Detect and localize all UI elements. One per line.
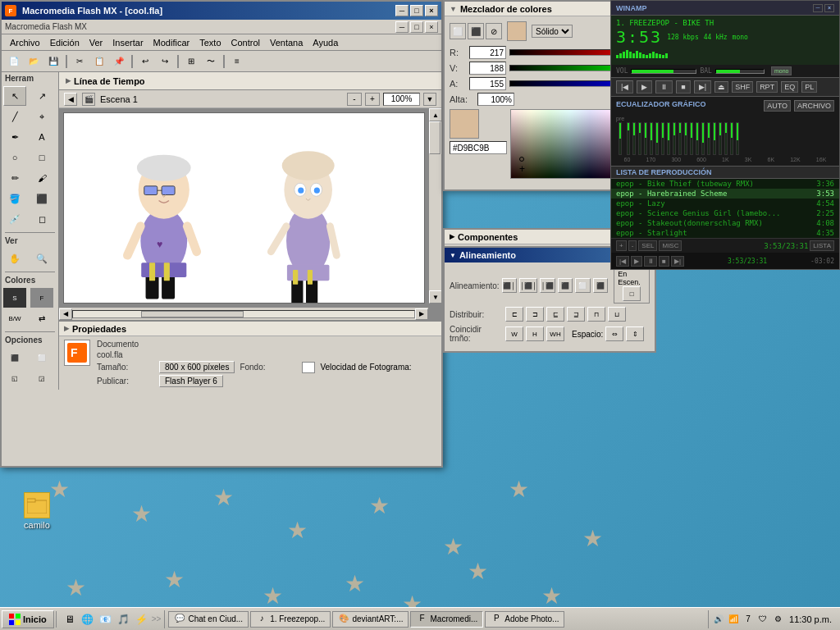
- text-tool[interactable]: A: [30, 127, 53, 147]
- pl-pause-btn[interactable]: ⏸: [644, 256, 657, 267]
- playlist-item-4[interactable]: epop - Stakeout(donnerschlag RMX)4:08: [611, 218, 839, 228]
- task-btn-0[interactable]: 💬Chat en Ciud...: [168, 611, 249, 628]
- option-3[interactable]: ◱: [3, 368, 26, 388]
- zoom-tool[interactable]: 🔍: [30, 249, 53, 268]
- pl-remove-btn[interactable]: -: [628, 240, 637, 251]
- bg-color-swatch[interactable]: [302, 362, 315, 373]
- menu-texto[interactable]: Texto: [194, 36, 226, 49]
- eq-band-4[interactable]: [650, 122, 653, 155]
- stroke-icon[interactable]: ⬜: [450, 23, 466, 39]
- shuffle-btn[interactable]: SHF: [732, 81, 753, 93]
- tray-7zip[interactable]: 7: [742, 613, 755, 626]
- fill-color[interactable]: F: [30, 288, 53, 308]
- lasso-tool[interactable]: ⌖: [30, 107, 53, 126]
- dist-center-h-btn[interactable]: ⊐: [526, 307, 544, 322]
- tray-volume[interactable]: 📶: [727, 613, 740, 626]
- menu-ayuda[interactable]: Ayuda: [308, 36, 343, 49]
- paint-tool[interactable]: ⬛: [30, 189, 53, 208]
- playlist-item-3[interactable]: epop - Science Genius Girl (lamebo...2:2…: [611, 208, 839, 218]
- space-h-btn[interactable]: ⇔: [605, 326, 623, 341]
- sub-maximize-button[interactable]: □: [410, 21, 423, 33]
- menu-insertar[interactable]: Insertar: [107, 36, 148, 49]
- match-wh-btn[interactable]: WH: [546, 326, 564, 341]
- v-input[interactable]: [469, 62, 506, 75]
- horizontal-scrollbar[interactable]: ◀ ▶: [59, 307, 428, 320]
- task-btn-4[interactable]: PAdobe Photo...: [485, 611, 564, 628]
- dist-right-btn[interactable]: ⊑: [546, 307, 564, 322]
- ql-email[interactable]: 📧: [98, 611, 114, 628]
- fill-icon[interactable]: ⬛: [468, 23, 484, 39]
- sub-close-button[interactable]: ×: [425, 21, 438, 33]
- eq-band-9[interactable]: [678, 122, 682, 155]
- eq-band-19[interactable]: [736, 122, 739, 155]
- eq-band-3[interactable]: [644, 122, 647, 155]
- smooth-btn[interactable]: 〜: [202, 53, 220, 70]
- next-btn[interactable]: ▶|: [694, 80, 711, 94]
- eq-auto-btn[interactable]: AUTO: [764, 100, 791, 112]
- eq-band-2[interactable]: [638, 122, 641, 155]
- pl-sel-btn[interactable]: SEL: [638, 240, 657, 251]
- vertical-scrollbar[interactable]: ▲ ▼: [428, 108, 441, 304]
- dist-left-btn[interactable]: ⊏: [505, 307, 523, 322]
- line-tool[interactable]: ╱: [3, 107, 26, 126]
- option-4[interactable]: ◲: [30, 368, 53, 388]
- big-swatch[interactable]: [450, 109, 479, 139]
- close-button[interactable]: ×: [425, 5, 438, 16]
- menu-ver[interactable]: Ver: [84, 36, 108, 49]
- copy-btn[interactable]: 📋: [90, 53, 108, 70]
- eq-band-12[interactable]: [696, 122, 699, 155]
- tray-network[interactable]: 🔊: [712, 613, 725, 626]
- ql-show-desktop[interactable]: 🖥: [62, 611, 78, 628]
- option-2[interactable]: ⬜: [30, 348, 53, 368]
- desktop-icon-camilo[interactable]: camilo: [12, 492, 62, 530]
- scroll-right-btn[interactable]: ▶: [415, 308, 428, 320]
- pl-misc-btn[interactable]: MISC: [659, 240, 682, 251]
- repeat-btn[interactable]: RPT: [756, 81, 778, 93]
- pl-stop-btn[interactable]: ■: [659, 256, 669, 267]
- preamp-slider[interactable]: [619, 122, 622, 155]
- scroll-track-v[interactable]: [429, 121, 441, 154]
- zoom-plus[interactable]: +: [365, 93, 380, 106]
- brush-tool[interactable]: 🖌: [30, 168, 53, 188]
- arrow-tool[interactable]: ↖: [3, 86, 26, 106]
- eq-band-18[interactable]: [730, 122, 733, 155]
- dist-top-btn[interactable]: ⊒: [567, 307, 585, 322]
- align-right-btn[interactable]: │⬛: [540, 278, 555, 293]
- props-publish-btn[interactable]: Flash Player 6: [159, 375, 223, 387]
- pl-lista-btn[interactable]: LISTA: [810, 240, 834, 251]
- eq-band-7[interactable]: [667, 122, 670, 155]
- play-btn[interactable]: ▶: [637, 80, 652, 94]
- winamp-titlebar[interactable]: WINAMP ─ ×: [611, 1, 839, 16]
- dist-bottom-btn[interactable]: ⊔: [608, 307, 626, 322]
- zoom-input[interactable]: [383, 93, 420, 106]
- scroll-track-h[interactable]: [72, 310, 415, 318]
- pencil-tool[interactable]: ✏: [3, 168, 26, 188]
- playlist-btn[interactable]: PL: [801, 81, 817, 93]
- match-h-btn[interactable]: H: [526, 326, 544, 341]
- pause-btn[interactable]: ⏸: [655, 80, 673, 94]
- task-btn-2[interactable]: 🎨deviantART:...: [332, 611, 409, 628]
- ql-ie[interactable]: 🌐: [80, 611, 96, 628]
- maximize-button[interactable]: □: [410, 5, 423, 16]
- swap-colors[interactable]: ⇄: [30, 308, 53, 328]
- ql-more[interactable]: >>: [152, 614, 162, 623]
- eq-band-16[interactable]: [719, 122, 722, 155]
- zoom-minus[interactable]: -: [347, 93, 362, 106]
- redo-btn[interactable]: ↪: [156, 53, 174, 70]
- eq-archivo-btn[interactable]: ARCHIVO: [794, 100, 834, 112]
- playlist-item-5[interactable]: epop - Starlight4:35: [611, 228, 839, 238]
- pl-prev-btn[interactable]: |◀: [616, 256, 629, 267]
- subselect-tool[interactable]: ↗: [30, 86, 53, 106]
- task-btn-1[interactable]: ♪1. Freezepop...: [250, 611, 331, 628]
- eq-btn[interactable]: EQ: [781, 81, 798, 93]
- scroll-up-btn[interactable]: ▲: [429, 108, 441, 121]
- align-btn[interactable]: ≡: [228, 53, 246, 70]
- align-center-v-btn[interactable]: ⬜: [575, 278, 591, 293]
- tray-security[interactable]: 🛡: [756, 613, 769, 626]
- dist-center-v-btn[interactable]: ⊓: [587, 307, 605, 322]
- eq-band-17[interactable]: [724, 122, 728, 155]
- align-center-h-btn[interactable]: │⬛│: [519, 278, 537, 293]
- scroll-down-btn[interactable]: ▼: [429, 290, 441, 304]
- cut-btn[interactable]: ✂: [71, 53, 89, 70]
- undo-btn[interactable]: ↩: [136, 53, 154, 70]
